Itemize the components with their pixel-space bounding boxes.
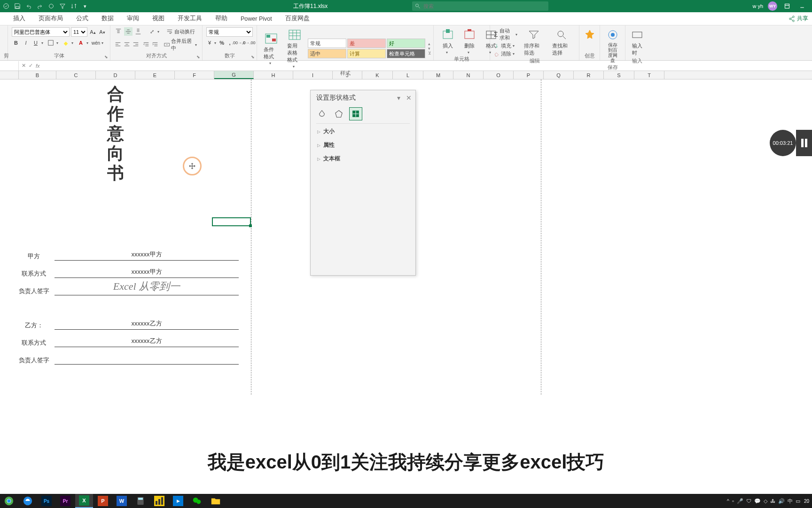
orientation-icon[interactable]: ⤢	[148, 27, 156, 36]
tab-页面布局[interactable]: 页面布局	[32, 12, 70, 25]
tab-开发工具[interactable]: 开发工具	[171, 12, 209, 25]
photoshop-icon[interactable]: Ps	[38, 494, 55, 508]
styles-down-icon[interactable]: ▾	[428, 46, 431, 51]
col-header-O[interactable]: O	[484, 71, 514, 79]
search-input[interactable]	[423, 3, 546, 9]
bold-icon[interactable]: B	[12, 39, 20, 47]
pane-section-属性[interactable]: ▷属性	[311, 138, 415, 152]
wechat-icon[interactable]	[188, 494, 206, 508]
tab-公式[interactable]: 公式	[70, 12, 95, 25]
fill-button[interactable]: 填充▾	[494, 42, 518, 49]
cancel-icon[interactable]: ✕	[22, 63, 26, 69]
font-expand-icon[interactable]: ⬊	[104, 55, 109, 59]
underline-icon[interactable]: U	[31, 39, 40, 47]
undo-icon[interactable]	[24, 2, 33, 10]
style-normal[interactable]: 常规	[308, 39, 346, 48]
align-expand-icon[interactable]: ⬊	[196, 55, 201, 59]
number-expand-icon[interactable]: ⬊	[251, 55, 256, 59]
explorer-icon[interactable]	[207, 494, 225, 508]
decrease-decimal-icon[interactable]: .0→.00	[244, 39, 253, 47]
name-box[interactable]	[0, 61, 19, 71]
style-neutral[interactable]: 适中	[308, 49, 346, 58]
filter-icon[interactable]	[58, 2, 67, 10]
autosave-icon[interactable]	[2, 2, 10, 10]
align-bottom-icon[interactable]	[134, 27, 142, 36]
word-icon[interactable]: W	[113, 494, 131, 508]
select-all-corner[interactable]	[0, 71, 19, 79]
powerpoint-icon[interactable]: P	[94, 494, 112, 508]
tab-插入[interactable]: 插入	[7, 12, 32, 25]
minimize-icon[interactable]	[797, 1, 807, 11]
align-right-icon[interactable]	[132, 40, 140, 49]
accounting-icon[interactable]: ¥	[206, 39, 213, 47]
pane-section-文本框[interactable]: ▷文本框	[311, 152, 415, 166]
percent-icon[interactable]: %	[219, 39, 225, 47]
enter-icon[interactable]: ✓	[29, 63, 33, 69]
table-format-button[interactable]: 套用表格格式▾	[284, 27, 305, 70]
col-header-B[interactable]: B	[19, 71, 56, 79]
save-icon[interactable]	[13, 2, 22, 10]
tab-百度网盘[interactable]: 百度网盘	[279, 12, 316, 25]
pause-button[interactable]	[796, 130, 812, 156]
system-tray[interactable]: ^ ▫ 🎤 🛡 💬 ◇ 🖧 🔊 中 ▭	[727, 498, 800, 505]
pane-section-大小[interactable]: ▷大小	[311, 125, 415, 138]
size-properties-tab[interactable]	[349, 107, 362, 120]
clock[interactable]: 20	[804, 499, 809, 504]
input-button[interactable]: 输入时	[629, 27, 645, 57]
powerbi-icon[interactable]	[150, 494, 168, 508]
tab-数据[interactable]: 数据	[95, 12, 120, 25]
styles-more-icon[interactable]: ⊻	[428, 51, 431, 56]
sort-filter-button[interactable]: 排序和筛选	[521, 27, 547, 57]
share-button[interactable]: 共享	[789, 15, 812, 23]
italic-icon[interactable]: I	[22, 39, 30, 47]
col-header-T[interactable]: T	[634, 71, 664, 79]
font-color-icon[interactable]: A	[77, 39, 85, 47]
increase-indent-icon[interactable]	[151, 40, 159, 49]
avatar[interactable]: WY	[768, 1, 777, 11]
col-header-C[interactable]: C	[56, 71, 96, 79]
fill-color-icon[interactable]	[62, 39, 70, 47]
pane-dropdown-icon[interactable]: ▾	[397, 94, 400, 102]
col-header-F[interactable]: F	[175, 71, 214, 79]
tab-Power Pivot[interactable]: Power Pivot	[234, 12, 279, 25]
conditional-format-button[interactable]: 条件格式▾	[261, 31, 281, 66]
delete-cells-button[interactable]: 删除▾	[459, 27, 480, 56]
wrap-text-button[interactable]: 自动换行	[166, 28, 195, 35]
tab-审阅[interactable]: 审阅	[120, 12, 146, 25]
tab-视图[interactable]: 视图	[146, 12, 171, 25]
tab-帮助[interactable]: 帮助	[209, 12, 234, 25]
find-select-button[interactable]: 查找和选择	[549, 27, 575, 57]
merge-center-button[interactable]: 合并后居中▾	[164, 38, 198, 52]
baidu-save-button[interactable]: 保存到百度网盘	[604, 27, 621, 64]
excel-icon[interactable]: X	[75, 494, 93, 508]
chrome-icon[interactable]	[0, 494, 18, 508]
align-top-icon[interactable]	[114, 27, 123, 36]
calculator-icon[interactable]	[132, 494, 149, 508]
recorder-icon[interactable]: ▶	[169, 494, 187, 508]
phonetic-icon[interactable]: wén	[92, 39, 100, 47]
style-calc[interactable]: 计算	[347, 49, 386, 58]
col-header-S[interactable]: S	[604, 71, 634, 79]
sort-icon[interactable]	[70, 2, 78, 10]
col-header-E[interactable]: E	[135, 71, 175, 79]
number-format-select[interactable]: 常规	[206, 27, 253, 37]
col-header-G[interactable]: G	[214, 71, 254, 79]
autosum-button[interactable]: Σ自动求和▾	[494, 27, 518, 41]
clear-button[interactable]: 清除▾	[494, 50, 518, 57]
ideas-button[interactable]	[583, 27, 596, 42]
align-left-icon[interactable]	[114, 40, 122, 49]
col-header-N[interactable]: N	[453, 71, 484, 79]
style-bad[interactable]: 差	[347, 39, 386, 48]
font-size-select[interactable]: 11	[71, 27, 87, 37]
fx-icon[interactable]: fx	[36, 63, 40, 69]
pane-close-icon[interactable]: ✕	[406, 94, 412, 102]
font-name-select[interactable]: 阿里巴巴普惠体	[12, 27, 70, 37]
align-middle-icon[interactable]	[124, 27, 133, 36]
effects-tab[interactable]	[332, 107, 345, 120]
align-center-icon[interactable]	[123, 40, 131, 49]
border-icon[interactable]	[47, 39, 55, 47]
insert-cells-button[interactable]: 插入▾	[437, 27, 458, 56]
style-check[interactable]: 检查单元格	[387, 49, 425, 58]
increase-font-icon[interactable]: A▴	[89, 28, 97, 36]
styles-up-icon[interactable]: ▴	[428, 41, 431, 46]
